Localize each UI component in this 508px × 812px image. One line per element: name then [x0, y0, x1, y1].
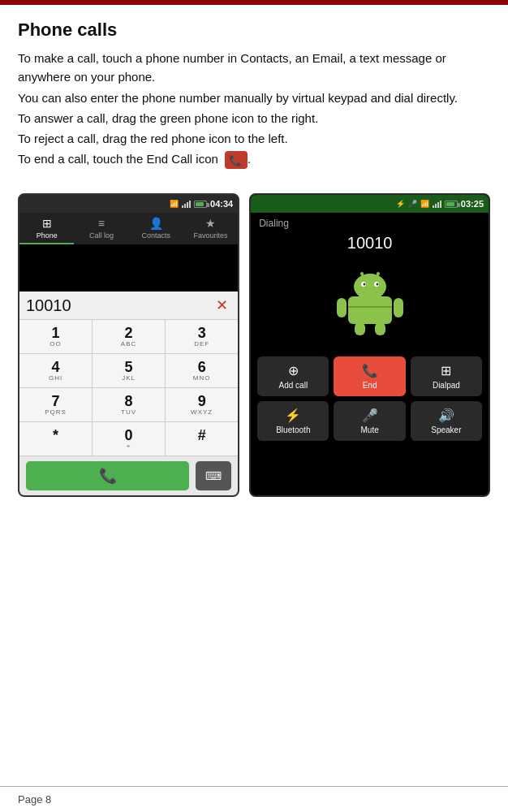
bluetooth-label: Bluetooth: [276, 425, 310, 434]
page-number: Page 8: [18, 793, 51, 806]
mute-icon: 🎤: [362, 408, 378, 423]
call-log-tab-icon: ≡: [98, 217, 105, 230]
paragraph-3: To answer a call, drag the green phone i…: [18, 109, 490, 127]
end-call-icon: [225, 151, 248, 169]
screenshots-row: 📶 04:34 ⊞ Phone ≡: [18, 193, 490, 497]
key-2[interactable]: 2 ABC: [93, 320, 166, 354]
mic-status-icon: 🎤: [408, 200, 417, 208]
paragraph-2: You can also enter the phone number manu…: [18, 89, 490, 107]
keypad-row-2: 4 GHI 5 JKL 6 MNO: [19, 354, 238, 388]
tab-contacts[interactable]: 👤 Contacts: [129, 213, 183, 244]
android-avatar: [251, 257, 489, 350]
speaker-icon: 🔊: [438, 408, 454, 423]
page-title: Phone calls: [18, 19, 490, 41]
main-content: Phone calls To make a call, touch a phon…: [0, 5, 508, 546]
call-button-row: 📞 ⌨: [19, 456, 238, 495]
nav-tabs: ⊞ Phone ≡ Call log 👤 Contacts ★ Favourit…: [19, 213, 238, 244]
keypad-row-1: 1 oo 2 ABC 3 DEF: [19, 320, 238, 354]
svg-rect-11: [394, 298, 403, 317]
end-call-btn-icon: 📞: [362, 363, 378, 378]
svg-rect-10: [337, 298, 347, 317]
end-call-label: End: [363, 381, 377, 390]
key-5[interactable]: 5 JKL: [93, 354, 166, 388]
key-hash[interactable]: #: [166, 422, 238, 456]
footer: Page 8: [0, 786, 508, 812]
dialpad-button[interactable]: ⊞ Dialpad: [411, 356, 482, 396]
favourites-tab-icon: ★: [205, 217, 216, 230]
dialer-black-area: [19, 244, 238, 292]
bluetooth-status-icon: ⚡: [396, 200, 405, 208]
svg-point-5: [376, 283, 378, 286]
bluetooth-icon: ⚡: [285, 408, 301, 423]
right-signal-icon: [433, 200, 441, 208]
left-status-bar: 📶 04:34: [19, 195, 238, 213]
dialpad-icon: ⊞: [441, 363, 451, 378]
right-phone-screenshot: ⚡ 🎤 📶 03:25 Dialing 10010: [249, 193, 490, 497]
key-3[interactable]: 3 DEF: [166, 320, 238, 354]
action-row-1: ⊕ Add call 📞 End ⊞ Dialpad: [257, 356, 482, 396]
phone-tab-label: Phone: [37, 231, 58, 240]
signal-icon: [182, 200, 191, 208]
bluetooth-button[interactable]: ⚡ Bluetooth: [257, 401, 329, 441]
svg-point-1: [354, 274, 386, 300]
dialing-number: 10010: [251, 231, 489, 257]
end-call-button[interactable]: 📞 End: [334, 356, 405, 396]
dialer-clear-button[interactable]: ✕: [212, 296, 231, 315]
svg-point-4: [363, 283, 365, 286]
mute-label: Mute: [360, 425, 378, 434]
battery-icon: [194, 201, 207, 208]
sim-status-icon: 📶: [420, 200, 429, 208]
keypad-row-4: * 0 + #: [19, 422, 238, 456]
key-9[interactable]: 9 WXYZ: [166, 388, 238, 422]
tab-phone[interactable]: ⊞ Phone: [19, 213, 74, 244]
paragraph-5: To end a call, touch the End Call icon .: [18, 149, 490, 169]
dialer-input-row: 10010 ✕: [19, 292, 238, 320]
contacts-tab-icon: 👤: [149, 217, 163, 230]
key-7[interactable]: 7 PQRS: [19, 388, 93, 422]
dialer-number: 10010: [26, 296, 212, 315]
dialpad-label: Dialpad: [433, 381, 460, 390]
key-0[interactable]: 0 +: [93, 422, 166, 456]
key-4[interactable]: 4 GHI: [19, 354, 93, 388]
keypad-row-3: 7 PQRS 8 TUV 9 WXYZ: [19, 388, 238, 422]
right-status-bar: ⚡ 🎤 📶 03:25: [251, 195, 489, 213]
phone-tab-icon: ⊞: [42, 217, 52, 230]
right-battery-icon: [445, 201, 458, 208]
svg-rect-14: [348, 306, 392, 308]
key-star[interactable]: *: [19, 422, 93, 456]
mute-button[interactable]: 🎤 Mute: [334, 401, 405, 441]
paragraph-1: To make a call, touch a phone number in …: [18, 49, 490, 87]
right-time: 03:25: [461, 199, 484, 209]
keypad: 1 oo 2 ABC 3 DEF 4 GHI: [19, 320, 238, 456]
dialing-label: Dialing: [251, 213, 489, 231]
sim-icon: 📶: [170, 200, 179, 208]
right-actions: ⊕ Add call 📞 End ⊞ Dialpad ⚡ Bl: [251, 350, 489, 447]
svg-point-8: [360, 272, 364, 275]
keyboard-button[interactable]: ⌨: [196, 461, 231, 490]
call-log-tab-label: Call log: [89, 231, 114, 240]
android-robot-svg: [334, 264, 407, 337]
action-row-2: ⚡ Bluetooth 🎤 Mute 🔊 Speaker: [257, 401, 482, 441]
svg-rect-12: [355, 322, 365, 335]
left-phone-screenshot: 📶 04:34 ⊞ Phone ≡: [18, 193, 239, 497]
svg-rect-0: [348, 296, 392, 324]
key-8[interactable]: 8 TUV: [93, 388, 166, 422]
key-6[interactable]: 6 MNO: [166, 354, 238, 388]
tab-favourites[interactable]: ★ Favourites: [183, 213, 238, 244]
speaker-label: Speaker: [431, 425, 461, 434]
favourites-tab-label: Favourites: [194, 231, 228, 240]
tab-call-log[interactable]: ≡ Call log: [74, 213, 128, 244]
paragraph-4: To reject a call, drag the red phone ico…: [18, 129, 490, 148]
add-call-icon: ⊕: [288, 363, 299, 378]
key-1[interactable]: 1 oo: [19, 320, 93, 354]
add-call-button[interactable]: ⊕ Add call: [257, 356, 329, 396]
contacts-tab-label: Contacts: [141, 231, 170, 240]
svg-rect-13: [375, 322, 385, 335]
call-button[interactable]: 📞: [26, 461, 189, 490]
speaker-button[interactable]: 🔊 Speaker: [411, 401, 482, 441]
svg-point-9: [377, 272, 380, 275]
add-call-label: Add call: [279, 381, 308, 390]
left-time: 04:34: [210, 199, 233, 209]
